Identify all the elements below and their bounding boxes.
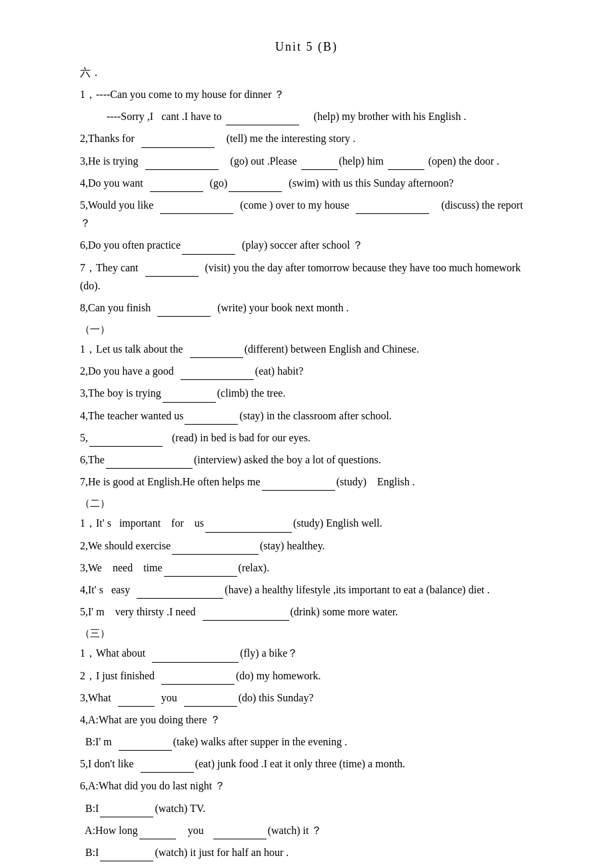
s1-line-3: 3,The boy is trying(climb) the tree.: [80, 384, 533, 402]
s2-blank-3-1: [164, 576, 237, 577]
line-6: 5,Would you like (come ) over to my hous…: [80, 196, 533, 232]
s3-line-4: 4,A:What are you doing there ？: [80, 711, 533, 729]
blank-5-2: [356, 213, 429, 214]
s3-blank-4-1: [119, 750, 172, 751]
s2-line-2: 2,We should exercise(stay) healthey.: [80, 537, 533, 555]
s3-blank-2-1: [161, 684, 235, 685]
s3-blank-8-1: [100, 861, 153, 861]
s1-line-5: 5, (read) in bed is bad for our eyes.: [80, 429, 533, 447]
s2-line-5: 5,I' m very thirsty .I need (drink) some…: [80, 603, 533, 621]
s3-line-5: B:I' m (take) walks after supper in the …: [80, 733, 533, 751]
section-two-label: （二）: [80, 497, 533, 510]
s1-line-4: 4,The teacher wanted us(stay) in the cla…: [80, 407, 533, 425]
line-4-text: 3,He is trying (go) out .Please (help) h…: [80, 155, 499, 167]
line-6-text: 5,Would you like (come ) over to my hous…: [80, 199, 523, 229]
blank-5-1: [160, 213, 233, 214]
blank-7-1: [145, 276, 199, 277]
blank-1-1: [226, 125, 299, 125]
blank-3-2: [301, 169, 338, 170]
blank-4-2: [229, 191, 282, 192]
line-8: 7，They cant (visit) you the day after to…: [80, 259, 533, 295]
s2-blank-2-1: [172, 554, 259, 555]
s3-line-10: B:I(watch) it just for half an hour .: [80, 843, 533, 861]
line-9-text: 8,Can you finish (write) your book next …: [80, 302, 349, 313]
s3-line-7: 6,A:What did you do last night ？: [80, 777, 533, 795]
s2-line-1: 1，It' s important for us(study) English …: [80, 514, 533, 532]
line-1-text: 1，----Can you come to my house for dinne…: [80, 89, 285, 100]
s2-line-3: 3,We need time(relax).: [80, 559, 533, 577]
s3-blank-6-1: [100, 817, 153, 817]
line-9: 8,Can you finish (write) your book next …: [80, 299, 533, 317]
line-3: 2,Thanks for (tell) me the interesting s…: [80, 129, 533, 147]
s2-blank-4-1: [137, 598, 223, 599]
s1-line-1: 1，Let us talk about the (different) betw…: [80, 340, 533, 358]
s1-line-7: 7,He is good at English.He often helps m…: [80, 473, 533, 491]
s3-blank-1-1: [152, 662, 239, 663]
s3-line-1: 1，What about (fly) a bike？: [80, 644, 533, 662]
s3-line-9: A:How long you (watch) it ？: [80, 821, 533, 839]
s3-blank-7-1: [139, 839, 176, 839]
section-six-header: 六．: [80, 66, 533, 80]
blank-2-1: [141, 147, 215, 148]
line-7-text: 6,Do you often practice (play) soccer af…: [80, 239, 363, 251]
s1-blank-4-1: [185, 424, 238, 425]
line-3-text: 2,Thanks for (tell) me the interesting s…: [80, 133, 356, 144]
line-2: ----Sorry ,I cant .I have to (help) my b…: [80, 107, 533, 125]
line-2-text: ----Sorry ,I cant .I have to (help) my b…: [107, 111, 466, 122]
s1-blank-5-1: [89, 446, 163, 447]
s2-blank-5-1: [203, 620, 289, 621]
s1-blank-1-1: [190, 357, 243, 358]
line-5: 4,Do you want (go) (swim) with us this S…: [80, 174, 533, 192]
s3-blank-3-1: [118, 706, 155, 707]
blank-3-3: [388, 169, 424, 170]
blank-4-1: [150, 191, 203, 192]
section-three-label: （三）: [80, 627, 533, 640]
s2-blank-1-1: [205, 532, 292, 533]
blank-3-1: [145, 169, 219, 170]
s1-line-2: 2,Do you have a good (eat) habit?: [80, 362, 533, 380]
line-1: 1，----Can you come to my house for dinne…: [80, 85, 533, 103]
line-7: 6,Do you often practice (play) soccer af…: [80, 236, 533, 254]
s3-line-6: 5,I don't like (eat) junk food .I eat it…: [80, 755, 533, 773]
line-4: 3,He is trying (go) out .Please (help) h…: [80, 152, 533, 170]
s3-line-8: B:I(watch) TV.: [80, 799, 533, 817]
s1-blank-6-1: [106, 468, 193, 469]
line-8-text: 7，They cant (visit) you the day after to…: [80, 262, 521, 291]
s1-blank-3-1: [163, 402, 216, 403]
s3-line-2: 2，I just finished (do) my homework.: [80, 667, 533, 685]
s1-blank-2-1: [181, 379, 254, 380]
s3-blank-3-2: [184, 706, 237, 707]
s1-line-6: 6,The(interview) asked the boy a lot of …: [80, 451, 533, 469]
s3-blank-7-2: [213, 839, 267, 839]
blank-8-1: [157, 316, 211, 317]
blank-6-1: [182, 254, 235, 255]
line-5-text: 4,Do you want (go) (swim) with us this S…: [80, 177, 454, 189]
section-one-label: （一）: [80, 323, 533, 336]
s2-line-4: 4,It' s easy (have) a healthy lifestyle …: [80, 581, 533, 599]
page-title: Unit 5 (B): [80, 40, 533, 54]
s3-line-3: 3,What you (do) this Sunday?: [80, 689, 533, 707]
s3-blank-5-1: [141, 772, 194, 773]
s1-blank-7-1: [262, 490, 335, 491]
